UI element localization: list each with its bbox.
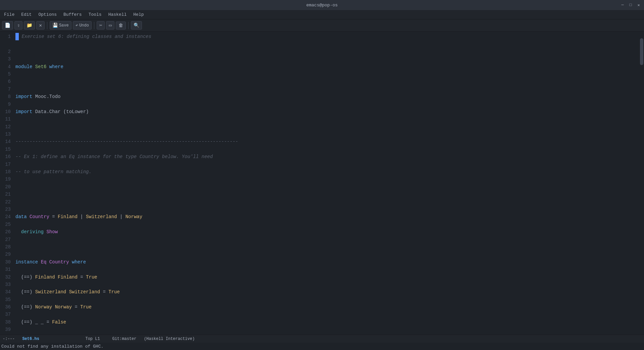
undo-icon: ↶ <box>76 22 78 28</box>
window-controls: — □ ✕ <box>620 0 641 10</box>
toolbar-separator-1 <box>47 22 47 29</box>
undo-label: Undo <box>79 23 89 28</box>
menu-bar: File Edit Options Buffers Tools Haskell … <box>0 10 644 19</box>
delete-button[interactable]: 🗑 <box>116 21 126 30</box>
scrollbar[interactable] <box>639 32 644 335</box>
close-buffer-button[interactable]: ✕ <box>36 21 44 30</box>
editor-main: 1 2 3 4 5 6 7 8 9 10 11 12 13 14 15 16 1… <box>0 32 644 335</box>
status-mode: -:--- <box>3 337 15 341</box>
copy-icon: ▭ <box>109 22 111 28</box>
scrollbar-thumb[interactable] <box>640 38 643 65</box>
window-title: emacs@pop-os <box>306 3 338 8</box>
cut-button[interactable]: ✂ <box>97 21 105 30</box>
toolbar-separator-2 <box>94 22 94 29</box>
status-git: Git:master <box>112 337 137 341</box>
toolbar-separator-3 <box>128 22 129 29</box>
search-button[interactable]: 🔍 <box>131 21 142 30</box>
bottom-message: Could not find any installation of GHC. <box>1 344 103 349</box>
save-label: Save <box>59 23 69 28</box>
new-file-button[interactable]: 📄 <box>2 21 13 30</box>
menu-buffers[interactable]: Buffers <box>61 11 85 18</box>
line-numbers: 1 2 3 4 5 6 7 8 9 10 11 12 13 14 15 16 1… <box>0 32 14 335</box>
open-folder-icon: 📁 <box>27 22 32 28</box>
copy-button[interactable]: ▭ <box>106 21 114 30</box>
save-icon: 💾 <box>52 22 58 28</box>
menu-haskell[interactable]: Haskell <box>106 11 130 18</box>
code-area[interactable]: 1 2 3 4 5 6 7 8 9 10 11 12 13 14 15 16 1… <box>0 32 644 335</box>
save-button[interactable]: 💾 Save <box>50 21 71 30</box>
status-bar: -:--- Set6.hs Top L1 Git:master (Haskell… <box>0 335 644 343</box>
new-file-icon: 📄 <box>5 22 10 28</box>
toolbar: 📄 ⇧ 📁 ✕ 💾 Save ↶ Undo ✂ ▭ 🗑 🔍 <box>0 19 644 32</box>
menu-edit[interactable]: Edit <box>18 11 34 18</box>
open-folder-button[interactable]: 📁 <box>24 21 35 30</box>
editor-container: 1 2 3 4 5 6 7 8 9 10 11 12 13 14 15 16 1… <box>0 32 644 335</box>
maximize-button[interactable]: □ <box>628 2 633 8</box>
bottom-bar: Could not find any installation of GHC. <box>0 343 644 350</box>
menu-file[interactable]: File <box>1 11 17 18</box>
status-filename: Set6.hs <box>22 337 39 341</box>
menu-options[interactable]: Options <box>36 11 59 18</box>
menu-tools[interactable]: Tools <box>86 11 104 18</box>
cut-icon: ✂ <box>99 22 102 28</box>
title-bar: emacs@pop-os — □ ✕ <box>0 0 644 10</box>
status-mode-label: (Haskell Interactive) <box>144 337 195 341</box>
search-icon: 🔍 <box>134 22 139 28</box>
close-window-button[interactable]: ✕ <box>636 2 641 8</box>
undo-button[interactable]: ↶ Undo <box>73 21 92 30</box>
menu-help[interactable]: Help <box>131 11 146 18</box>
close-icon: ✕ <box>39 22 42 28</box>
open-up-button[interactable]: ⇧ <box>14 21 22 30</box>
code-content[interactable]: Exercise set 6: defining classes and ins… <box>14 32 639 335</box>
status-position: Top L1 <box>85 337 100 341</box>
delete-icon: 🗑 <box>118 23 123 28</box>
minimize-button[interactable]: — <box>620 2 625 8</box>
open-up-icon: ⇧ <box>17 22 20 28</box>
